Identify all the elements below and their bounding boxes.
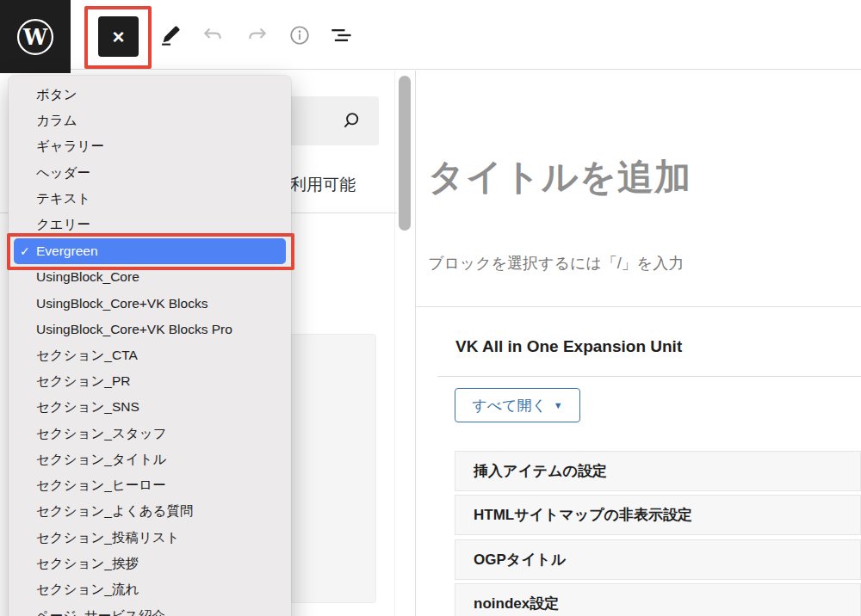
- redo-icon[interactable]: [245, 22, 270, 48]
- dropdown-option[interactable]: UsingBlock_Core+VK Blocks: [9, 290, 291, 316]
- block-appender-placeholder[interactable]: ブロックを選択するには「/」を入力: [428, 253, 684, 274]
- pattern-preview-card[interactable]: [284, 334, 376, 603]
- dropdown-option[interactable]: セクション_流れ: [9, 577, 291, 603]
- accordion-header[interactable]: noindex設定: [455, 583, 861, 616]
- dropdown-option[interactable]: セクション_タイトル: [9, 447, 291, 472]
- dropdown-option[interactable]: テキスト: [9, 186, 291, 212]
- open-all-button[interactable]: すべて開く ▼: [455, 388, 580, 422]
- dropdown-option-label: セクション_スタッフ: [36, 425, 166, 443]
- dropdown-option[interactable]: ヘッダー: [9, 160, 291, 186]
- dropdown-option[interactable]: セクション_よくある質問: [9, 499, 291, 525]
- accordion-header[interactable]: 挿入アイテムの設定: [455, 451, 861, 491]
- dropdown-option[interactable]: カラム: [9, 108, 291, 133]
- dropdown-option[interactable]: ボタン: [9, 82, 291, 108]
- accordion-header[interactable]: OGPタイトル: [455, 539, 861, 580]
- dropdown-option[interactable]: セクション_SNS: [9, 395, 291, 421]
- dropdown-option[interactable]: UsingBlock_Core+VK Blocks Pro: [9, 317, 291, 342]
- dropdown-option-label: ヘッダー: [36, 164, 90, 182]
- dropdown-option[interactable]: セクション_挨拶: [9, 551, 291, 576]
- accordion-header[interactable]: HTMLサイトマップの非表示設定: [455, 495, 861, 535]
- post-title-placeholder[interactable]: タイトルを追加: [428, 153, 691, 201]
- dropdown-option-label: ボタン: [36, 86, 77, 104]
- dropdown-option-label: UsingBlock_Core+VK Blocks Pro: [36, 322, 232, 337]
- dropdown-option-label: テキスト: [36, 190, 90, 208]
- dropdown-option-label: ギャラリー: [36, 138, 104, 156]
- edit-mode-pencil-icon[interactable]: [158, 22, 183, 48]
- dropdown-option[interactable]: セクション_ヒーロー: [9, 472, 291, 498]
- dropdown-option-label: セクション_タイトル: [36, 451, 166, 469]
- dropdown-option-label: セクション_よくある質問: [36, 502, 193, 521]
- category-dropdown: ボタンカラムギャラリーヘッダーテキストクエリー✓EvergreenUsingBl…: [9, 76, 291, 616]
- metabox-separator: [416, 306, 861, 307]
- dropdown-option-label: セクション_SNS: [36, 398, 139, 416]
- dropdown-option-label: UsingBlock_Core+VK Blocks: [36, 296, 208, 311]
- annotation-box-evergreen: [7, 233, 294, 270]
- wp-logo-letter: W: [22, 23, 48, 49]
- dropdown-option-label: ページ_サービス紹介: [36, 607, 165, 616]
- dropdown-option-label: セクション_PR: [36, 373, 130, 391]
- dropdown-option[interactable]: セクション_PR: [9, 368, 291, 394]
- dropdown-option-label: セクション_挨拶: [36, 555, 139, 573]
- vk-metabox-title: VK All in One Expansion Unit: [455, 337, 682, 356]
- info-icon[interactable]: [287, 22, 313, 48]
- scrollbar-gutter-line: [394, 71, 395, 616]
- editor-canvas: タイトルを追加 ブロックを選択するには「/」を入力 VK All in One …: [416, 71, 861, 616]
- dropdown-option-list: ボタンカラムギャラリーヘッダーテキストクエリー✓EvergreenUsingBl…: [9, 82, 291, 616]
- dropdown-option[interactable]: セクション_スタッフ: [9, 421, 291, 447]
- dropdown-option-label: セクション_流れ: [36, 581, 139, 599]
- inserter-scrollbar[interactable]: [399, 76, 411, 231]
- dropdown-option[interactable]: ページ_サービス紹介: [9, 603, 291, 616]
- dropdown-option-label: セクション_投稿リスト: [36, 529, 180, 547]
- dropdown-option-label: セクション_ヒーロー: [36, 477, 166, 495]
- undo-icon[interactable]: [200, 22, 226, 48]
- dropdown-option-label: UsingBlock_Core: [36, 269, 139, 285]
- list-view-icon[interactable]: [329, 22, 355, 48]
- dropdown-option-label: カラム: [36, 112, 77, 130]
- patterns-available-label: 利用可能: [290, 174, 356, 196]
- wordpress-logo[interactable]: W: [0, 0, 71, 73]
- open-all-label: すべて開く: [472, 396, 547, 416]
- caret-down-icon: ▼: [554, 400, 563, 410]
- dropdown-option-label: セクション_CTA: [36, 347, 138, 365]
- dropdown-option[interactable]: セクション_CTA: [9, 342, 291, 368]
- dropdown-option[interactable]: ギャラリー: [9, 134, 291, 160]
- vk-metabox-rule: [437, 376, 861, 377]
- dropdown-option[interactable]: セクション_投稿リスト: [9, 525, 291, 551]
- dropdown-option-label: クエリー: [36, 216, 90, 234]
- search-icon: [339, 108, 363, 132]
- annotation-box-close-button: [84, 6, 152, 69]
